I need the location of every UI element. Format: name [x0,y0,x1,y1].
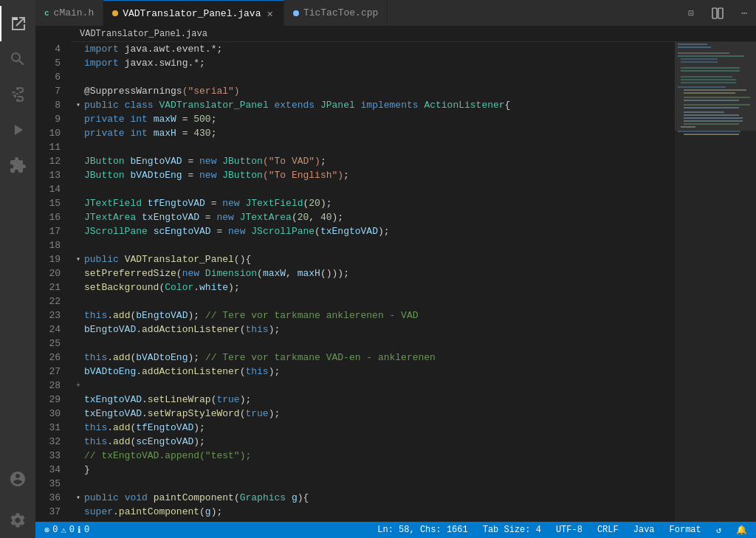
token-punct [148,112,154,126]
sync-icon: ↺ [716,525,721,536]
token-punct [125,168,131,182]
token-punct: . [142,393,148,407]
code-line: JScrollPane scEngtoVAD = new JScrollPane… [72,224,675,238]
status-bell[interactable]: 🔔 [733,525,750,536]
split-editor-icon[interactable] [703,0,732,26]
token-num: 20 [298,210,309,224]
token-kw: private [84,126,125,140]
status-sync[interactable]: ↺ [713,525,724,536]
token-cls: JScrollPane [251,224,315,238]
status-language[interactable]: Java [630,525,658,535]
token-punct [419,98,425,112]
status-line-ending[interactable]: CRLF [594,525,622,535]
token-punct [269,98,275,112]
tab-TicTacToe[interactable]: TicTacToe.cpp [284,0,388,26]
token-kw: new [222,196,239,210]
token-fn: addActionListener [142,365,240,379]
activity-search[interactable] [0,41,35,77]
token-var: white [199,280,228,294]
code-line [72,182,675,196]
token-punct [125,112,131,126]
token-var: tfEngtoVAD [148,196,205,210]
code-line: setPreferredSize(new Dimension(maxW, max… [72,266,675,280]
token-var: txEngtoVAD [320,224,378,238]
token-punct [136,210,142,224]
line-number: 28 [44,379,61,393]
token-kw: import [84,42,119,56]
token-punct: = [182,154,199,168]
token-fn: add [113,351,130,365]
token-kw: this [84,308,107,323]
token-fn: add [113,435,130,449]
token-fn: paintComponent [119,505,199,519]
c-icon: c [44,9,49,18]
token-punct: = [182,168,199,182]
more-actions-icon[interactable]: ⋯ [732,0,756,26]
line-number: 27 [44,365,61,379]
code-line [72,238,675,252]
token-punct: ; [320,154,326,168]
token-punct [216,154,222,168]
token-cls: JTextField [245,196,303,210]
tab-close-button[interactable]: ✕ [265,6,274,21]
activity-account[interactable] [0,461,35,497]
code-editor[interactable]: import java.awt.event.*;import javax.swi… [66,42,675,522]
token-fn: setBackground [84,280,159,294]
token-kw: class [125,98,154,112]
remote-icon[interactable]: ⊡ [679,0,703,26]
status-format[interactable]: Format [667,525,704,535]
token-var: txEngtoVAD [84,393,142,407]
activity-explorer[interactable] [0,6,35,41]
line-number: 4 [44,42,61,56]
tab-VADTranslator[interactable]: VADTranslator_Panel.java ✕ [103,0,284,26]
code-line: txEngtoVAD.setWrapStyleWord(true); [72,407,675,421]
token-punct: (){ [234,252,251,266]
token-kw: this [84,435,107,449]
status-position[interactable]: Ln: 58, Chs: 1661 [374,525,470,535]
token-comment: // txEngtoVAD.append("test"); [84,449,251,463]
token-punct: ( [292,210,298,224]
code-line: JTextField tfEngtoVAD = new JTextField(2… [72,196,675,210]
status-encoding[interactable]: UTF-8 [553,525,585,535]
token-punct [245,224,251,238]
status-tab-size[interactable]: Tab Size: 4 [480,525,544,535]
activity-run[interactable] [0,112,35,148]
token-fn: paintComponent [154,491,234,505]
token-punct: ); [378,224,390,238]
code-line: ▾public void paintComponent(Graphics g){ [72,491,675,505]
token-cls: ActionListener [424,98,504,112]
line-number: 35 [44,477,61,491]
activity-settings[interactable] [0,503,35,538]
token-punct: = [205,196,222,210]
token-punct: ())); [320,266,349,280]
token-punct: ; [211,112,217,126]
token-fn: add [113,308,130,323]
minimap[interactable] [675,42,756,522]
fold-icon[interactable]: ▾ [72,252,84,266]
token-fn: setWrapStyleWord [148,407,240,421]
token-var: bVADtoEng [136,351,188,365]
line-number: 34 [44,463,61,477]
token-punct: ( [199,505,205,519]
line-number: 5 [44,56,61,70]
token-num: 40 [320,210,332,224]
tab-cMain[interactable]: c cMain.h [35,0,103,26]
activity-extensions[interactable] [0,148,35,183]
token-kw: true [216,393,239,407]
token-punct: . [107,421,113,435]
code-line: setBackground(Color.white); [72,280,675,294]
token-cls: JTextField [84,196,142,210]
status-left: ⊗ 0 ⚠ 0 ℹ 0 [41,525,92,536]
tab-VADTranslator-label: VADTranslator_Panel.java [123,8,261,19]
token-var: txEngtoVAD [84,407,142,421]
token-punct: ( [315,224,320,238]
line-number: 15 [44,196,61,210]
token-punct: { [505,98,511,112]
fold-icon[interactable]: ▾ [72,98,84,112]
code-line: JButton bVADtoEng = new JButton("To Engl… [72,168,675,182]
status-errors[interactable]: ⊗ 0 ⚠ 0 ℹ 0 [41,525,92,536]
fold-icon[interactable]: ▾ [72,491,84,505]
token-punct: ); [269,323,281,337]
status-right: Ln: 58, Chs: 1661 Tab Size: 4 UTF-8 CRLF… [374,525,750,536]
activity-source-control[interactable] [0,77,35,112]
